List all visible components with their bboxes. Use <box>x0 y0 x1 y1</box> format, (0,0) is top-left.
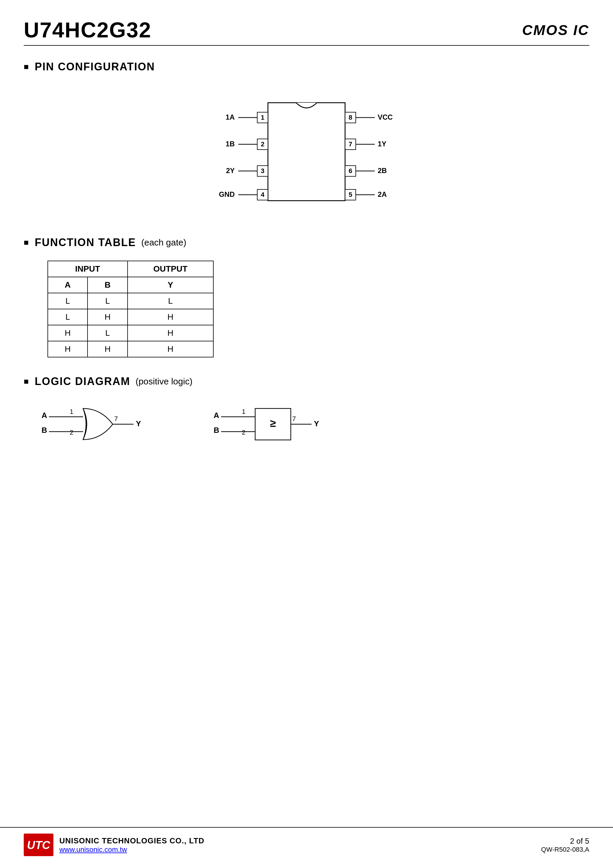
logic-diagram-header: LOGIC DIAGRAM (positive logic) <box>24 375 589 388</box>
svg-text:A: A <box>42 411 47 420</box>
cell-b4: H <box>88 341 127 357</box>
th-input: INPUT <box>48 261 128 277</box>
svg-text:2: 2 <box>70 429 73 436</box>
svg-text:1: 1 <box>70 408 73 415</box>
svg-text:UTC: UTC <box>27 839 50 851</box>
page-title: U74HC2G32 <box>24 18 151 42</box>
function-table-section: FUNCTION TABLE (each gate) INPUT OUTPUT … <box>24 236 589 357</box>
svg-text:A: A <box>214 411 219 420</box>
footer-company-name: UNISONIC TECHNOLOGIES CO., LTD <box>59 836 204 845</box>
svg-text:8: 8 <box>348 114 352 121</box>
th-output: OUTPUT <box>128 261 213 277</box>
logic-diagram-note: (positive logic) <box>136 377 193 386</box>
footer-left: UTC UNISONIC TECHNOLOGIES CO., LTD www.u… <box>24 834 204 856</box>
page-header: U74HC2G32 CMOS IC <box>24 18 589 46</box>
svg-text:7: 7 <box>292 415 296 422</box>
cell-y1: L <box>128 293 213 309</box>
pin-diagram: 1 1A 2 1B 3 2Y 4 GND 8 VCC <box>24 85 589 219</box>
svg-text:7: 7 <box>348 140 352 148</box>
svg-text:2B: 2B <box>378 167 387 175</box>
table-row: H L H <box>48 325 213 341</box>
cell-b3: L <box>88 325 127 341</box>
svg-text:1: 1 <box>242 408 245 415</box>
svg-text:2Y: 2Y <box>226 167 235 175</box>
logic-diagrams-container: A B 1 2 7 Y A B <box>42 400 589 447</box>
svg-text:1: 1 <box>261 114 265 121</box>
footer-right: 2 of 5 QW-R502-083,A <box>541 837 589 854</box>
function-table-label: FUNCTION TABLE <box>35 236 136 249</box>
page-subtitle: CMOS IC <box>522 22 589 38</box>
logic-diagram-label: LOGIC DIAGRAM <box>35 375 130 388</box>
svg-text:2: 2 <box>242 429 245 436</box>
svg-text:1B: 1B <box>226 140 235 148</box>
svg-rect-0 <box>268 103 345 201</box>
utc-logo: UTC <box>24 834 53 856</box>
svg-text:5: 5 <box>348 191 352 198</box>
cell-a3: H <box>48 325 88 341</box>
svg-text:2: 2 <box>261 140 265 148</box>
pin-config-section: PIN CONFIGURATION 1 1A 2 1B 3 2Y <box>24 60 589 219</box>
svg-text:Y: Y <box>136 419 141 428</box>
table-row: L H H <box>48 309 213 325</box>
cell-a2: L <box>48 309 88 325</box>
svg-text:B: B <box>42 426 47 435</box>
or-box-gate-svg: A B 1 2 ≥ 7 Y <box>214 400 332 447</box>
svg-text:3: 3 <box>261 167 265 175</box>
svg-text:GND: GND <box>219 190 235 198</box>
svg-text:2A: 2A <box>378 190 387 198</box>
function-table-note: (each gate) <box>141 237 186 248</box>
cell-y3: H <box>128 325 213 341</box>
svg-text:≥: ≥ <box>270 417 276 429</box>
table-row: H H H <box>48 341 213 357</box>
cell-a1: L <box>48 293 88 309</box>
svg-text:B: B <box>214 426 219 435</box>
svg-text:6: 6 <box>348 167 352 175</box>
cell-a4: H <box>48 341 88 357</box>
page-footer: UTC UNISONIC TECHNOLOGIES CO., LTD www.u… <box>0 827 613 856</box>
col-y: Y <box>128 277 213 293</box>
svg-text:4: 4 <box>261 191 265 198</box>
svg-text:1A: 1A <box>226 113 235 121</box>
pin-config-label: PIN CONFIGURATION <box>35 60 155 73</box>
svg-text:VCC: VCC <box>378 113 393 121</box>
pin-diagram-svg: 1 1A 2 1B 3 2Y 4 GND 8 VCC <box>220 85 393 219</box>
function-table: INPUT OUTPUT A B Y L L L L H H H L <box>48 260 214 357</box>
svg-text:7: 7 <box>114 415 118 422</box>
footer-website: www.unisonic.com.tw <box>59 845 204 854</box>
cell-b2: H <box>88 309 127 325</box>
svg-text:Y: Y <box>314 419 319 428</box>
table-row: L L L <box>48 293 213 309</box>
col-a: A <box>48 277 88 293</box>
svg-text:1Y: 1Y <box>378 140 386 148</box>
pin-config-header: PIN CONFIGURATION <box>24 60 589 73</box>
logic-diagram-section: LOGIC DIAGRAM (positive logic) A B 1 2 7 <box>24 375 589 447</box>
footer-page: 2 of 5 <box>541 837 589 846</box>
col-b: B <box>88 277 127 293</box>
cell-y4: H <box>128 341 213 357</box>
footer-code: QW-R502-083,A <box>541 846 589 854</box>
function-table-header: FUNCTION TABLE (each gate) <box>24 236 589 249</box>
footer-company: UNISONIC TECHNOLOGIES CO., LTD www.uniso… <box>59 836 204 854</box>
cell-b1: L <box>88 293 127 309</box>
or-gate-svg: A B 1 2 7 Y <box>42 400 160 447</box>
cell-y2: H <box>128 309 213 325</box>
